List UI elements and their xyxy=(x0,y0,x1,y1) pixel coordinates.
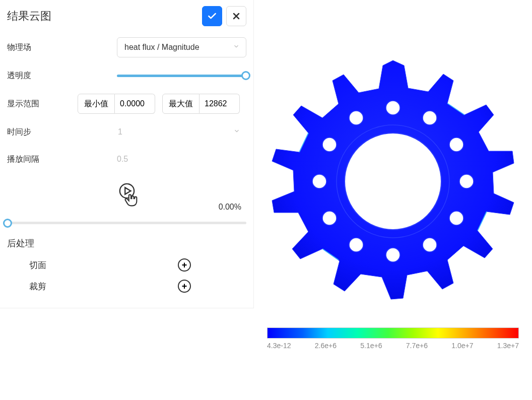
svg-point-18 xyxy=(349,111,363,125)
svg-point-7 xyxy=(386,101,400,115)
range-min-label: 最小值 xyxy=(78,94,115,114)
add-clip-button[interactable]: + xyxy=(178,280,191,293)
legend-tick: 1.3e+7 xyxy=(497,342,519,350)
clip-row: 裁剪 + xyxy=(7,280,246,293)
confirm-button[interactable] xyxy=(202,6,222,26)
play-icon xyxy=(118,182,136,199)
viewport-3d[interactable]: 4.3e-12 2.6e+6 5.1e+6 7.7e+6 1.0e+7 1.3e… xyxy=(254,0,532,400)
physics-select[interactable]: heat flux / Magnitude xyxy=(117,37,246,57)
range-min-input[interactable] xyxy=(115,94,155,114)
plus-icon: + xyxy=(182,260,187,271)
timestep-label: 时间步 xyxy=(7,127,62,138)
timestep-row: 时间步 1 xyxy=(7,123,246,141)
panel-title: 结果云图 xyxy=(7,9,51,24)
section-label: 切面 xyxy=(29,259,46,271)
timestep-value: 1 xyxy=(118,127,122,137)
plus-icon: + xyxy=(182,281,187,292)
settings-panel: 结果云图 物理场 heat flux / Magnitude 透明度 显示范围 xyxy=(0,0,254,308)
play-row: 0.00% xyxy=(7,182,246,212)
legend-tick: 7.7e+6 xyxy=(406,342,428,350)
slider-thumb[interactable] xyxy=(3,219,12,228)
opacity-slider[interactable] xyxy=(117,75,246,77)
range-max-input[interactable] xyxy=(200,94,240,114)
opacity-row: 透明度 xyxy=(7,66,246,85)
svg-point-14 xyxy=(349,238,363,252)
chevron-down-icon xyxy=(233,43,240,52)
physics-row: 物理场 heat flux / Magnitude xyxy=(7,37,246,57)
physics-value: heat flux / Magnitude xyxy=(124,43,200,52)
legend-tick: 2.6e+6 xyxy=(315,342,337,350)
time-slider[interactable] xyxy=(7,222,246,224)
range-max-label: 最大值 xyxy=(162,94,200,114)
interval-value: 0.5 xyxy=(117,155,128,164)
svg-point-12 xyxy=(423,238,437,252)
range-label: 显示范围 xyxy=(7,99,62,109)
legend-gradient xyxy=(267,327,519,339)
svg-point-8 xyxy=(423,111,437,125)
legend-tick: 5.1e+6 xyxy=(360,342,382,350)
gear-model xyxy=(262,40,524,322)
svg-point-11 xyxy=(449,211,463,225)
physics-label: 物理场 xyxy=(7,42,62,53)
clip-label: 裁剪 xyxy=(29,281,46,292)
range-min-group: 最小值 xyxy=(78,94,155,114)
slider-thumb[interactable] xyxy=(241,71,250,80)
chevron-down-icon xyxy=(233,127,240,137)
opacity-label: 透明度 xyxy=(7,71,62,81)
add-section-button[interactable]: + xyxy=(178,258,191,272)
legend-tick: 1.0e+7 xyxy=(451,342,473,350)
close-button[interactable] xyxy=(226,6,246,26)
progress-percent: 0.00% xyxy=(219,203,241,212)
timestep-select[interactable]: 1 xyxy=(117,124,246,140)
svg-point-15 xyxy=(322,211,337,225)
play-button[interactable] xyxy=(118,182,136,199)
legend-tick: 4.3e-12 xyxy=(267,342,291,350)
range-row: 显示范围 最小值 最大值 xyxy=(7,94,246,114)
postprocess-title: 后处理 xyxy=(7,237,246,249)
close-icon xyxy=(231,11,241,21)
interval-label: 播放间隔 xyxy=(7,154,62,165)
svg-point-2 xyxy=(119,184,134,198)
legend-labels: 4.3e-12 2.6e+6 5.1e+6 7.7e+6 1.0e+7 1.3e… xyxy=(267,342,519,350)
interval-row: 播放间隔 0.5 xyxy=(7,150,246,168)
panel-header: 结果云图 xyxy=(7,6,246,26)
svg-marker-3 xyxy=(125,187,130,194)
range-max-group: 最大值 xyxy=(162,94,240,114)
svg-point-9 xyxy=(449,138,463,152)
svg-point-13 xyxy=(386,248,400,262)
color-legend: 4.3e-12 2.6e+6 5.1e+6 7.7e+6 1.0e+7 1.3e… xyxy=(267,327,519,350)
svg-point-16 xyxy=(312,174,326,188)
svg-point-17 xyxy=(322,138,337,152)
svg-point-10 xyxy=(459,174,474,188)
section-row: 切面 + xyxy=(7,258,246,272)
check-icon xyxy=(207,11,217,21)
header-actions xyxy=(202,6,246,26)
